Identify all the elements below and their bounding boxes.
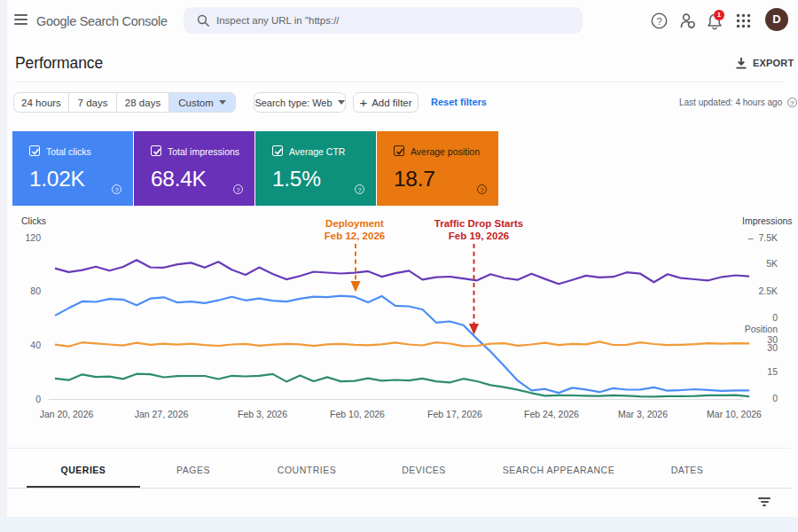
svg-text:?: ? [656,16,661,27]
